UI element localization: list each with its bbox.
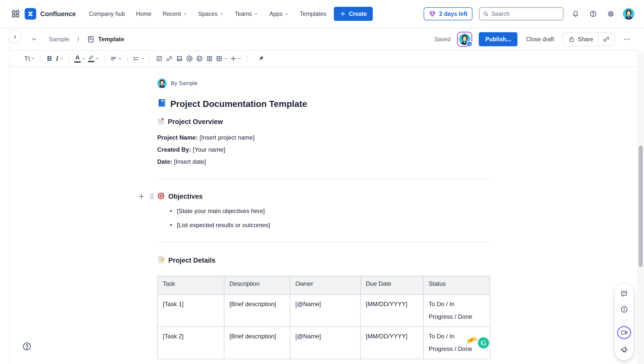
- trial-days-left-badge[interactable]: 2 days left: [424, 7, 473, 20]
- list-item[interactable]: [State your main objectives here]: [170, 207, 270, 215]
- plus-icon: [340, 11, 346, 17]
- publish-button[interactable]: Publish...: [479, 32, 517, 46]
- col-due-date[interactable]: Due Date: [360, 276, 423, 295]
- cell-owner: [@Name]: [295, 333, 321, 340]
- bullet-list-icon: [133, 55, 140, 62]
- unlock-icon: [568, 36, 575, 43]
- create-button[interactable]: Create: [334, 7, 373, 21]
- author-avatar[interactable]: [157, 78, 167, 88]
- settings-button[interactable]: [605, 8, 616, 19]
- add-block-button[interactable]: [138, 193, 145, 200]
- app-switcher-icon[interactable]: [10, 8, 21, 19]
- pushpin-icon: [258, 55, 264, 62]
- layouts-button[interactable]: [205, 53, 215, 64]
- horizontal-rule: [157, 242, 491, 242]
- nav-home[interactable]: Home: [136, 11, 151, 17]
- nav-spaces[interactable]: Spaces: [198, 11, 224, 17]
- list-item[interactable]: [List expected results or outcomes]: [170, 221, 270, 229]
- save-status: Saved: [434, 36, 451, 43]
- details-heading[interactable]: Project Details: [157, 256, 216, 265]
- emoji-smile-icon: [196, 55, 203, 62]
- confluence-logo-icon[interactable]: [25, 8, 36, 20]
- details-info-button[interactable]: [619, 304, 630, 314]
- scrollbar-track[interactable]: [637, 51, 644, 364]
- nav-company-hub[interactable]: Company hub: [89, 11, 125, 17]
- insert-more-dropdown[interactable]: [229, 53, 243, 64]
- insert-link-button[interactable]: [164, 53, 174, 64]
- gem-icon: [429, 10, 436, 18]
- table-dropdown[interactable]: [215, 53, 229, 64]
- more-actions-button[interactable]: [621, 33, 633, 45]
- help-button[interactable]: [588, 8, 599, 19]
- divider: [620, 320, 629, 320]
- collaborator-avatar[interactable]: S: [457, 32, 472, 47]
- cell-description: [Brief description]: [229, 298, 276, 310]
- table-icon: [216, 55, 223, 62]
- search-input[interactable]: [491, 11, 559, 17]
- objectives-list[interactable]: [State your main objectives here] [List …: [170, 207, 270, 235]
- nav-apps[interactable]: Apps: [269, 11, 289, 17]
- video-record-button[interactable]: [617, 326, 631, 339]
- insert-image-button[interactable]: [174, 53, 184, 64]
- brand-name[interactable]: Confluence: [40, 10, 76, 18]
- notifications-button[interactable]: [570, 8, 581, 19]
- user-avatar[interactable]: [623, 8, 634, 20]
- plus-icon: [230, 55, 237, 62]
- help-floating-button[interactable]: [22, 341, 32, 352]
- highlight-color-dropdown[interactable]: [87, 53, 100, 64]
- bold-button[interactable]: B: [45, 53, 55, 64]
- text-color-dropdown[interactable]: A: [73, 53, 87, 64]
- breadcrumb-space[interactable]: Sample: [49, 36, 69, 43]
- nav-recent[interactable]: Recent: [163, 11, 187, 17]
- emoji-button[interactable]: [194, 53, 205, 64]
- field-date[interactable]: Date: [Insert date]: [157, 158, 206, 166]
- copy-link-button[interactable]: [599, 33, 614, 46]
- mention-at-icon: [186, 55, 193, 62]
- breadcrumb-caret-button[interactable]: [31, 36, 37, 43]
- close-draft-button[interactable]: Close draft: [524, 36, 556, 43]
- highlighter-pen-icon: [88, 55, 94, 60]
- memo-pencil-icon: [157, 256, 165, 265]
- mention-button[interactable]: [184, 53, 194, 64]
- divider: [150, 54, 150, 63]
- nav-templates[interactable]: Templates: [300, 11, 326, 17]
- text-style-dropdown[interactable]: Tt: [23, 53, 36, 64]
- col-description[interactable]: Description: [224, 276, 290, 295]
- divider: [40, 54, 41, 63]
- task-checkbox-button[interactable]: [154, 53, 164, 64]
- col-status[interactable]: Status: [423, 276, 490, 295]
- col-owner[interactable]: Owner: [290, 276, 360, 295]
- share-button[interactable]: Share: [563, 33, 598, 46]
- grammarly-icon[interactable]: G: [477, 337, 490, 349]
- nav-teams[interactable]: Teams: [235, 11, 258, 17]
- image-icon: [176, 55, 183, 62]
- chevron-down-icon: [254, 12, 258, 16]
- nav-right-cluster: 2 days left: [424, 7, 635, 20]
- objectives-heading[interactable]: Objectives: [157, 192, 203, 201]
- pin-toolbar-button[interactable]: [256, 53, 266, 64]
- alignment-dropdown[interactable]: [109, 53, 123, 64]
- field-created-by[interactable]: Created By: [Your name]: [157, 146, 225, 154]
- announcements-button[interactable]: [619, 345, 630, 355]
- drag-handle[interactable]: [149, 193, 155, 200]
- italic-dropdown[interactable]: I: [55, 53, 65, 64]
- table-header-row: Task Description Owner Due Date Status: [157, 276, 490, 295]
- cell-due-date: [MM/DD/YYYY]: [366, 301, 407, 307]
- chevron-right-icon: [12, 33, 18, 40]
- comments-button[interactable]: [619, 289, 630, 299]
- cell-status: To Do / In Progress / Done: [429, 298, 478, 323]
- byline: By Sample: [157, 78, 197, 88]
- breadcrumb-page-title[interactable]: Template: [98, 36, 124, 43]
- align-left-icon: [110, 55, 117, 62]
- page-title[interactable]: Project Documentation Template: [157, 98, 307, 110]
- overview-heading[interactable]: Project Overview: [157, 117, 223, 127]
- scrollbar-thumb[interactable]: [639, 146, 643, 267]
- cell-task: [Task 2]: [163, 333, 184, 340]
- field-project-name[interactable]: Project Name: [Insert project name]: [157, 134, 255, 142]
- list-dropdown[interactable]: [132, 53, 146, 64]
- sidebar-collapsed-rail: [10, 28, 10, 364]
- expand-sidebar-button[interactable]: [9, 30, 22, 43]
- col-task[interactable]: Task: [157, 276, 224, 295]
- project-details-table[interactable]: Task Description Owner Due Date Status […: [157, 276, 490, 359]
- page-tools-panel: [615, 283, 633, 360]
